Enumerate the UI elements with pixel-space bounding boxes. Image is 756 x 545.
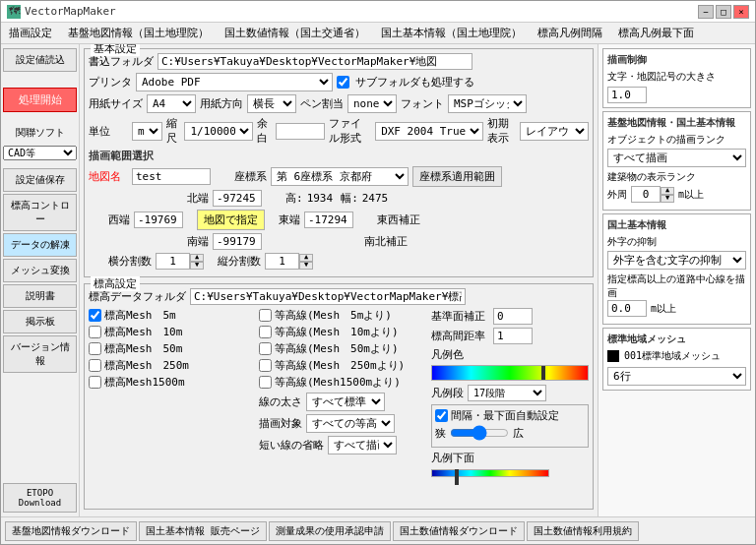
file-format-select[interactable]: DXF 2004 TrueColor bbox=[375, 122, 483, 141]
numerical-use-button[interactable]: 国土数値情報利用規約 bbox=[527, 521, 639, 541]
v-div-down[interactable]: ▼ bbox=[299, 262, 313, 270]
width-value: 2475 bbox=[362, 192, 389, 205]
numerical-download-button[interactable]: 国土数値情報ダウンロード bbox=[393, 521, 525, 541]
pen-select[interactable]: none bbox=[347, 94, 397, 113]
paper-label: 用紙サイズ bbox=[89, 96, 143, 111]
elevation-control-button[interactable]: 標高コントロー bbox=[3, 194, 77, 231]
map-specify-button[interactable]: 地図で指定 bbox=[197, 210, 265, 230]
contour-1500m-checkbox[interactable] bbox=[259, 376, 272, 389]
auto-interval-checkbox[interactable] bbox=[435, 409, 448, 422]
south-input[interactable] bbox=[213, 233, 262, 250]
mesh-50m-checkbox[interactable] bbox=[89, 342, 101, 355]
menu-basic-info[interactable]: 国土基本情報（国土地理院） bbox=[373, 24, 530, 42]
save-settings-button[interactable]: 設定値保存 bbox=[3, 168, 77, 192]
foreign-select[interactable]: 外字を含む文字の抑制 bbox=[607, 251, 746, 270]
thin-line-select[interactable]: すべて描画 bbox=[328, 436, 397, 454]
interval-rate-input[interactable] bbox=[493, 328, 533, 344]
scale-select[interactable]: 1/10000 bbox=[184, 122, 253, 141]
width-slider[interactable] bbox=[450, 425, 509, 441]
mesh-250m-checkbox[interactable] bbox=[89, 359, 101, 372]
color-slider[interactable] bbox=[541, 366, 545, 380]
bulletin-button[interactable]: 掲示板 bbox=[3, 310, 77, 333]
text-size-input[interactable] bbox=[607, 87, 647, 103]
contour-50m-row: 等高線(Mesh 50mより) bbox=[259, 341, 427, 356]
font-label: フォント bbox=[401, 96, 444, 111]
mesh-50m-row: 標高Mesh 50m bbox=[89, 341, 257, 356]
data-analysis-button[interactable]: データの解凍 bbox=[3, 233, 77, 257]
coord-system-select[interactable]: 第 6座標系 京都府 bbox=[271, 167, 409, 186]
road-center-row: m以上 bbox=[607, 300, 746, 317]
contour-250m-checkbox[interactable] bbox=[259, 359, 272, 372]
explanation-button[interactable]: 説明書 bbox=[3, 284, 77, 308]
subfolder-checkbox[interactable] bbox=[337, 76, 349, 89]
survey-button[interactable]: 測量成果の使用承認申請 bbox=[269, 521, 391, 541]
area-name-input[interactable] bbox=[132, 168, 211, 185]
bottom-slider[interactable] bbox=[455, 469, 459, 485]
titlebar-controls[interactable]: − □ × bbox=[698, 5, 749, 19]
east-label: 東端 bbox=[279, 212, 300, 227]
load-settings-button[interactable]: 設定値読込 bbox=[3, 48, 77, 72]
legend-bottom-label: 凡例下面 bbox=[431, 451, 474, 465]
process-start-button[interactable]: 処理開始 bbox=[3, 88, 77, 112]
elevation-folder-row: 標高データフォルダ bbox=[89, 288, 589, 305]
paper-select[interactable]: A4 bbox=[147, 94, 196, 113]
coord-apply-button[interactable]: 座標系適用範囲 bbox=[412, 166, 502, 187]
elevation-folder-input[interactable] bbox=[190, 288, 466, 305]
menu-elevation-bottom[interactable]: 標高凡例最下面 bbox=[610, 24, 702, 42]
menu-draw-settings[interactable]: 描画設定 bbox=[1, 24, 60, 42]
east-input[interactable] bbox=[304, 212, 353, 228]
menu-numerical[interactable]: 国土数値情報（国土交通省） bbox=[217, 24, 373, 42]
mesh-convert-button[interactable]: メッシュ変換 bbox=[3, 259, 77, 282]
draw-target-select[interactable]: すべての等高線 bbox=[306, 414, 395, 433]
mesh-rows-select[interactable]: 6行 bbox=[607, 367, 746, 386]
legend-steps-select[interactable]: 17段階 bbox=[468, 385, 546, 401]
west-input[interactable] bbox=[134, 212, 183, 228]
base-correction-input[interactable] bbox=[493, 308, 533, 325]
contour-50m-checkbox[interactable] bbox=[259, 342, 272, 355]
cad-select[interactable]: CAD等 bbox=[3, 146, 77, 160]
margin-input[interactable] bbox=[276, 123, 325, 140]
object-rank-select[interactable]: すべて描画 bbox=[607, 149, 746, 167]
maximize-button[interactable]: □ bbox=[716, 5, 731, 19]
line-width-select[interactable]: すべて標準 bbox=[306, 393, 385, 411]
mesh-10m-label: 標高Mesh 10m bbox=[104, 325, 182, 339]
mesh-10m-checkbox[interactable] bbox=[89, 326, 101, 338]
outside-spinbox[interactable]: ▲ ▼ bbox=[631, 186, 674, 203]
auto-interval-row: 間隔・最下面自動設定 bbox=[435, 408, 585, 423]
unit-select[interactable]: m bbox=[132, 122, 162, 141]
h-division-input[interactable] bbox=[156, 253, 190, 270]
font-select[interactable]: MSPゴシック bbox=[448, 94, 527, 113]
right-panel: 描画制御 文字・地図記号の大きさ 基盤地図情報・国土基本情報 オブジェクトの描画… bbox=[598, 44, 755, 516]
h-division-spinbox[interactable]: ▲ ▼ bbox=[156, 253, 204, 270]
base-download-button[interactable]: 基盤地図情報ダウンロード bbox=[5, 521, 137, 541]
area-name-label: 地図名 bbox=[89, 169, 128, 184]
draw-control-title: 描画制御 bbox=[607, 53, 746, 67]
legend-color-bar[interactable] bbox=[431, 365, 589, 381]
map-area-row: 描画範囲選択 bbox=[89, 149, 589, 163]
etopo-download-button[interactable]: ETOPO Download bbox=[3, 483, 77, 513]
menu-elevation-interval[interactable]: 標高凡例間隔 bbox=[530, 24, 610, 42]
contour-10m-checkbox[interactable] bbox=[259, 326, 272, 338]
close-button[interactable]: × bbox=[733, 5, 749, 19]
minimize-button[interactable]: − bbox=[698, 5, 714, 19]
mesh-5m-checkbox[interactable] bbox=[89, 309, 101, 322]
legend-bottom-bar[interactable] bbox=[431, 469, 549, 485]
orientation-select[interactable]: 横長 bbox=[247, 94, 296, 113]
building-rank-label: 建築物の表示ランク bbox=[607, 170, 746, 184]
mesh-1500m-checkbox[interactable] bbox=[89, 376, 101, 389]
v-division-input[interactable] bbox=[265, 253, 299, 270]
printer-select[interactable]: Adobe PDF bbox=[136, 73, 333, 91]
write-folder-input[interactable] bbox=[158, 53, 472, 70]
contour-5m-checkbox[interactable] bbox=[259, 309, 272, 322]
h-div-down[interactable]: ▼ bbox=[190, 262, 204, 270]
outside-down[interactable]: ▼ bbox=[661, 195, 674, 203]
v-division-spinbox[interactable]: ▲ ▼ bbox=[265, 253, 313, 270]
subfolder-label: サブフォルダも処理する bbox=[355, 75, 474, 90]
basic-info-button[interactable]: 国土基本情報 販売ページ bbox=[139, 521, 267, 541]
version-button[interactable]: バージョン情報 bbox=[3, 335, 77, 373]
north-input[interactable] bbox=[213, 190, 262, 207]
outside-input[interactable] bbox=[631, 186, 661, 203]
road-center-input[interactable] bbox=[607, 300, 647, 317]
initial-display-select[interactable]: レイアウト bbox=[520, 122, 589, 141]
menu-base-map[interactable]: 基盤地図情報（国土地理院） bbox=[60, 24, 217, 42]
